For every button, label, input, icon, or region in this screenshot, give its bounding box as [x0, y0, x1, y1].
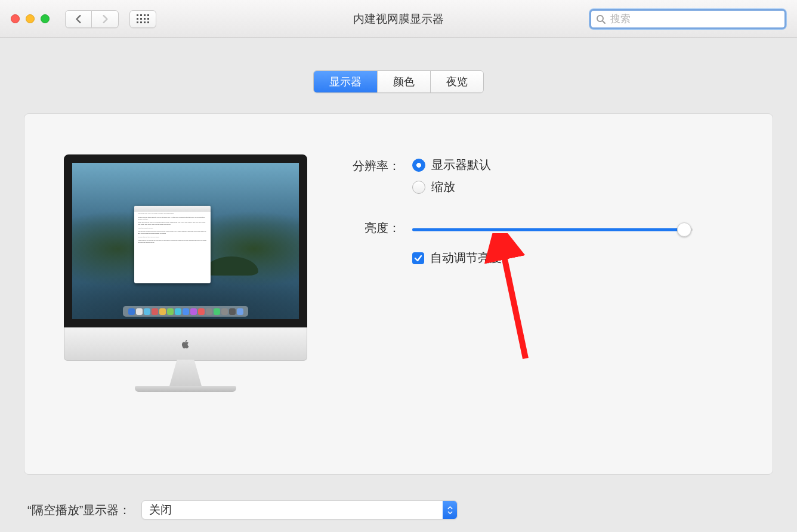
brightness-slider[interactable]	[412, 222, 693, 237]
window-body: 显示器 颜色 夜览 Here's to the crazy ones. The …	[0, 70, 797, 532]
settings-column: 分辨率： 显示器默认 缩放 亮度：	[341, 157, 749, 450]
slider-thumb[interactable]	[677, 222, 691, 237]
tab-bar: 显示器 颜色 夜览	[0, 70, 797, 93]
airplay-label: “隔空播放”显示器：	[27, 502, 131, 518]
textedit-window-thumbnail: Here's to the crazy ones. The misfits. T…	[134, 206, 211, 283]
show-all-prefs-button[interactable]	[129, 10, 156, 28]
auto-brightness-checkbox[interactable]: 自动调节亮度	[412, 250, 749, 266]
imac-screen: Here's to the crazy ones. The misfits. T…	[64, 154, 307, 327]
forward-button[interactable]	[92, 10, 119, 28]
resolution-default-radio[interactable]: 显示器默认	[412, 157, 749, 173]
traffic-lights	[11, 14, 50, 23]
close-window-button[interactable]	[11, 14, 20, 23]
airplay-row: “隔空播放”显示器： 关闭	[27, 500, 780, 519]
svg-line-1	[603, 21, 605, 23]
radio-indicator-icon	[412, 181, 425, 194]
tab-display[interactable]: 显示器	[314, 71, 377, 92]
airplay-select[interactable]: 关闭	[141, 500, 458, 519]
airplay-select-value: 关闭	[149, 502, 172, 518]
window-toolbar: 内建视网膜显示器	[0, 0, 797, 38]
display-illustration: Here's to the crazy ones. The misfits. T…	[60, 154, 311, 450]
search-field[interactable]	[589, 9, 786, 29]
footer: “隔空播放”显示器： 关闭 在菜单栏中显示镜像选项（可用时） ?	[27, 500, 780, 532]
back-button[interactable]	[65, 10, 92, 28]
auto-brightness-row: 自动调节亮度	[341, 248, 749, 266]
slider-fill	[412, 228, 684, 231]
settings-panel: Here's to the crazy ones. The misfits. T…	[24, 113, 773, 475]
nav-back-forward	[65, 10, 119, 28]
imac-base	[135, 386, 236, 392]
imac-chin	[64, 327, 307, 361]
brightness-label: 亮度：	[341, 219, 400, 236]
chevron-left-icon	[75, 15, 83, 23]
resolution-row: 分辨率： 显示器默认 缩放	[341, 157, 749, 201]
select-stepper-icon	[443, 501, 457, 519]
zoom-window-button[interactable]	[41, 14, 50, 23]
auto-brightness-label: 自动调节亮度	[430, 250, 502, 266]
search-input[interactable]	[609, 13, 780, 26]
chevron-right-icon	[101, 15, 109, 23]
resolution-scaled-label: 缩放	[431, 179, 455, 195]
tab-color[interactable]: 颜色	[377, 71, 430, 92]
checkbox-checked-icon	[412, 252, 424, 264]
brightness-row: 亮度：	[341, 218, 749, 237]
minimize-window-button[interactable]	[26, 14, 35, 23]
grid-icon	[137, 14, 149, 23]
search-icon	[596, 14, 606, 24]
imac-stand	[157, 360, 214, 386]
tab-night-shift[interactable]: 夜览	[430, 71, 483, 92]
resolution-scaled-radio[interactable]: 缩放	[412, 179, 749, 195]
resolution-default-label: 显示器默认	[431, 157, 491, 173]
apple-logo-icon	[180, 339, 191, 349]
resolution-label: 分辨率：	[341, 157, 400, 174]
dock-thumbnail	[123, 306, 248, 317]
radio-indicator-icon	[412, 159, 425, 172]
